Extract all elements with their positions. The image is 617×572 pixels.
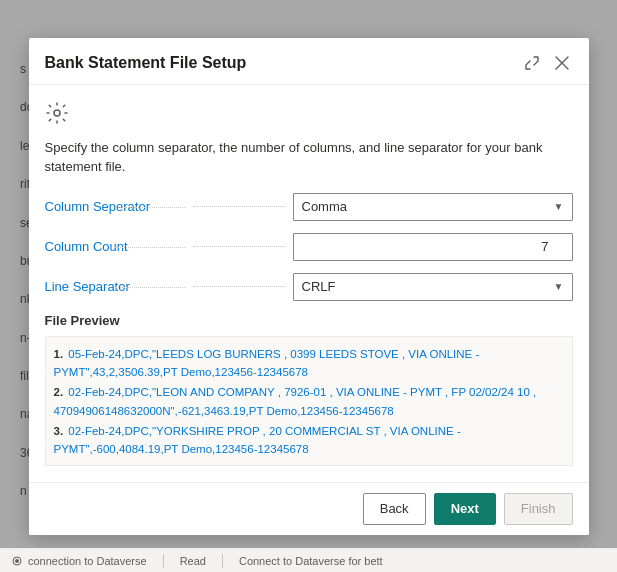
line-separator-select[interactable]: CRLF ▼	[293, 273, 573, 301]
close-button[interactable]	[551, 52, 573, 74]
dotted-line-2	[193, 246, 285, 247]
preview-line-2: 2. 02-Feb-24,DPC,"LEON AND COMPANY , 792…	[54, 383, 564, 420]
overlay: s youdoculedgeritiesservicebusinessnk se…	[0, 0, 617, 572]
close-icon	[555, 56, 569, 70]
gear-icon	[45, 101, 69, 125]
column-count-row: Column Count	[45, 233, 573, 261]
back-button[interactable]: Back	[363, 493, 426, 525]
line-num-4: 4.	[54, 464, 64, 466]
file-preview-content[interactable]: 1. 05-Feb-24,DPC,"LEEDS LOG BURNERS , 03…	[45, 336, 573, 466]
line-text-3: 02-Feb-24,DPC,"YORKSHIRE PROP , 20 COMME…	[54, 425, 461, 455]
connection-text: connection to Dataverse	[28, 555, 147, 567]
line-separator-label: Line Separator	[45, 279, 185, 294]
preview-line-3: 3. 02-Feb-24,DPC,"YORKSHIRE PROP , 20 CO…	[54, 422, 564, 459]
line-num-3: 3.	[54, 425, 64, 437]
line-separator-row: Line Separator CRLF ▼	[45, 273, 573, 301]
modal-header-actions	[521, 52, 573, 74]
column-separator-label: Column Seperator	[45, 199, 185, 214]
dotted-line-3	[193, 286, 285, 287]
svg-point-0	[54, 110, 60, 116]
modal-header: Bank Statement File Setup	[29, 38, 589, 85]
modal-body: Specify the column separator, the number…	[29, 85, 589, 482]
column-separator-select[interactable]: Comma ▼	[293, 193, 573, 221]
expand-icon	[525, 56, 539, 70]
line-separator-value: CRLF	[302, 279, 554, 294]
modal-title: Bank Statement File Setup	[45, 54, 247, 72]
line-text-1: 05-Feb-24,DPC,"LEEDS LOG BURNERS , 0399 …	[54, 348, 480, 378]
finish-button: Finish	[504, 493, 573, 525]
file-preview-title: File Preview	[45, 313, 573, 328]
svg-point-2	[15, 559, 19, 563]
status-divider-2	[222, 554, 223, 568]
dotted-line-1	[193, 206, 285, 207]
modal-dialog: Bank Statement File Setup	[29, 38, 589, 535]
preview-line-1: 1. 05-Feb-24,DPC,"LEEDS LOG BURNERS , 03…	[54, 345, 564, 382]
column-count-label: Column Count	[45, 239, 185, 254]
chevron-down-icon: ▼	[554, 201, 564, 212]
column-separator-row: Column Seperator Comma ▼	[45, 193, 573, 221]
line-num-1: 1.	[54, 348, 64, 360]
read-status: Read	[180, 555, 206, 567]
file-preview-section: File Preview 1. 05-Feb-24,DPC,"LEEDS LOG…	[45, 313, 573, 466]
line-num-2: 2.	[54, 386, 64, 398]
status-bar: connection to Dataverse Read Connect to …	[0, 548, 617, 572]
column-separator-value: Comma	[302, 199, 554, 214]
modal-footer: Back Next Finish	[29, 482, 589, 535]
expand-button[interactable]	[521, 52, 543, 74]
status-divider-1	[163, 554, 164, 568]
modal-backdrop: Bank Statement File Setup	[0, 0, 617, 572]
column-count-input[interactable]	[293, 233, 573, 261]
connect-text: Connect to Dataverse for bett	[239, 555, 383, 567]
preview-line-4: 4. 01-Feb-24,D/D,"HMRC NDDS , 1075223656…	[54, 461, 564, 466]
line-text-4: 01-Feb-24,D/D,"HMRC NDDS , 1075223656237…	[68, 464, 439, 466]
connection-status: connection to Dataverse	[12, 555, 147, 567]
description-text: Specify the column separator, the number…	[45, 138, 573, 177]
line-text-2: 02-Feb-24,DPC,"LEON AND COMPANY , 7926-0…	[54, 386, 537, 416]
chevron-down-icon-2: ▼	[554, 281, 564, 292]
next-button[interactable]: Next	[434, 493, 496, 525]
gear-icon-row	[45, 101, 573, 128]
connection-icon	[12, 556, 22, 566]
